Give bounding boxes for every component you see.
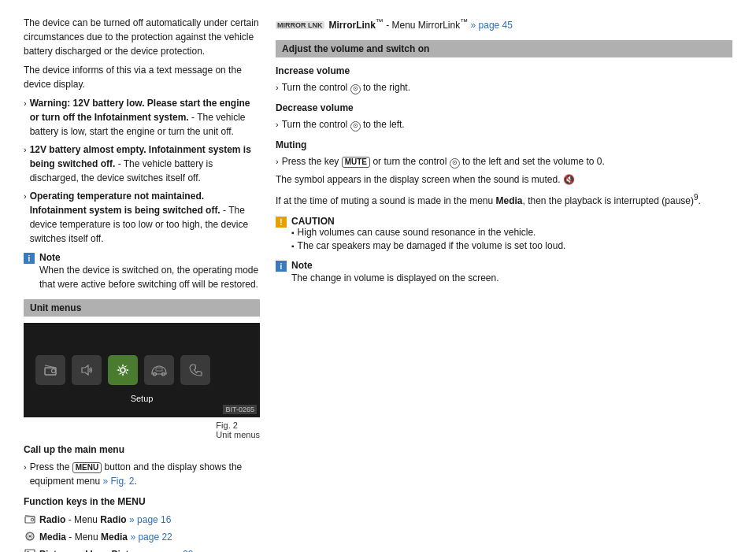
menu-button: MENU	[72, 462, 102, 473]
func-item-media: Media - Menu Media » page 22	[24, 530, 260, 544]
note2-label: Note	[291, 260, 499, 271]
func-item-radio: Radio - Menu Radio » page 16	[24, 513, 260, 527]
radio-func-icon	[24, 513, 36, 525]
func-pictures-label: Pictures	[39, 549, 76, 552]
right-column: MIRROR LNK MirrorLink™ - Menu MirrorLink…	[276, 16, 732, 552]
symbol-text: The symbol appears in the display screen…	[276, 172, 732, 187]
note-icon-1: i	[24, 253, 35, 264]
unit-menus-header: Unit menus	[24, 299, 260, 317]
volume-section-header: Adjust the volume and switch on	[276, 40, 732, 57]
svg-point-9	[31, 518, 34, 521]
intro-para-2: The device informs of this via a text me…	[24, 63, 260, 91]
decrease-volume-section: Decrease volume › Turn the control ⊙ to …	[276, 101, 732, 132]
svg-point-1	[52, 369, 56, 373]
mirrorlink-header-item: MIRROR LNK MirrorLink™ - Menu MirrorLink…	[276, 16, 732, 32]
if-muting-text: If at the time of muting a sound is made…	[276, 191, 732, 208]
warning-item-1: › Warning: 12V battery low. Please start…	[24, 96, 260, 139]
increase-volume-section: Increase volume › Turn the control ⊙ to …	[276, 64, 732, 94]
muting-section: Muting › Press the key MUTE or turn the …	[276, 138, 732, 208]
caution-box: ! CAUTION ▪ High volumes can cause sound…	[276, 216, 732, 254]
caution-icon: !	[276, 217, 287, 228]
svg-marker-3	[82, 365, 88, 375]
function-keys-header: Function keys in the MENU	[24, 495, 260, 509]
function-keys-section: Function keys in the MENU Radio - Menu R…	[24, 495, 260, 552]
svg-point-12	[29, 535, 32, 538]
mirrorlink-link[interactable]: » page 45	[471, 20, 513, 31]
caution-text-2: The car speakers may be damaged if the v…	[298, 240, 566, 251]
note-text-1: When the device is switched on, the oper…	[39, 263, 260, 291]
menu-icons-row	[35, 355, 248, 385]
left-column: The device can be turned off automatical…	[24, 16, 260, 552]
call-up-item: › Press the MENU button and the display …	[24, 460, 260, 488]
call-up-header: Call up the main menu	[24, 443, 260, 457]
warning-item-2: › 12V battery almost empty. Infotainment…	[24, 143, 260, 185]
radio-link[interactable]: » page 16	[129, 514, 171, 525]
increase-volume-arrow: › Turn the control ⊙ to the right.	[276, 80, 732, 94]
func-media-label: Media	[39, 532, 66, 543]
knob-icon-mute: ⊙	[450, 158, 460, 169]
muting-arrow: › Press the key MUTE or turn the control…	[276, 154, 732, 169]
caution-text-1: High volumes can cause sound resonance i…	[298, 227, 536, 238]
pictures-link[interactable]: » page 29	[151, 549, 193, 552]
decrease-text: Turn the control	[282, 119, 350, 130]
arrow-icon-3: ›	[24, 190, 27, 246]
fig2-link[interactable]: » Fig. 2	[102, 476, 134, 487]
warning-item-3: › Operating temperature not maintained. …	[24, 189, 260, 246]
caution-item-2: ▪ The car speakers may be damaged if the…	[291, 240, 565, 251]
decrease-volume-arrow: › Turn the control ⊙ to the left.	[276, 117, 732, 132]
unit-menus-section: Unit menus	[24, 299, 260, 552]
menu-icon-setup	[108, 355, 138, 385]
pictures-func-icon	[24, 547, 36, 552]
caution-item-1: ▪ High volumes can cause sound resonance…	[291, 227, 565, 238]
func-item-pictures: Pictures - Menu Pictures » page 29	[24, 547, 260, 552]
intro-para-1: The device can be turned off automatical…	[24, 16, 260, 58]
increase-text: Turn the control	[282, 82, 350, 93]
increase-dir: to the right.	[361, 82, 410, 93]
mirrorlink-icon: MIRROR LNK	[276, 19, 324, 30]
func-radio-label: Radio	[39, 514, 65, 525]
caution-label: CAUTION	[291, 216, 565, 227]
mute-key-btn: MUTE	[342, 157, 370, 168]
warning-bold-3: Operating temperature not maintained. In…	[30, 191, 220, 216]
menu-icon-vehicle	[144, 355, 174, 385]
arrow-icon-muting: ›	[276, 155, 279, 169]
arrow-icon-callup: ›	[24, 461, 27, 488]
setup-label-img: Setup	[131, 394, 154, 403]
fig-number: BIT-0265	[223, 405, 257, 414]
media-link[interactable]: » page 22	[130, 532, 172, 543]
note-box-2: i Note The change in volume is displayed…	[276, 260, 732, 285]
arrow-icon-2: ›	[24, 143, 27, 185]
decrease-volume-label: Decrease volume	[276, 101, 732, 115]
note2-text: The change in volume is displayed on the…	[291, 271, 499, 285]
note-icon-2: i	[276, 261, 287, 272]
menu-icon-phone	[180, 355, 210, 385]
unit-menus-image: Setup BIT-0265	[24, 323, 260, 417]
muting-label: Muting	[276, 138, 732, 152]
svg-rect-8	[25, 517, 35, 523]
knob-icon-decrease: ⊙	[350, 121, 361, 132]
knob-icon-increase: ⊙	[350, 84, 361, 94]
svg-point-4	[120, 368, 125, 372]
arrow-icon-decrease: ›	[276, 118, 279, 132]
menu-icon-radio	[35, 355, 65, 385]
menu-icon-sound	[72, 355, 102, 385]
fig-label: Fig. 2	[216, 420, 260, 430]
increase-volume-label: Increase volume	[276, 64, 732, 78]
svg-rect-7	[156, 368, 162, 371]
call-up-text: Press the	[30, 461, 72, 472]
note-box-1: i Note When the device is switched on, t…	[24, 252, 260, 291]
note-label-1: Note	[39, 252, 260, 263]
fig-sublabel: Unit menus	[216, 430, 260, 439]
arrow-icon-1: ›	[24, 97, 27, 139]
decrease-dir: to the left.	[361, 119, 405, 130]
unit-menus-image-container: Setup BIT-0265 Fig. 2 Unit menus	[24, 323, 260, 439]
right-header-links: MIRROR LNK MirrorLink™ - Menu MirrorLink…	[276, 16, 732, 34]
media-func-icon	[24, 530, 36, 543]
arrow-icon-increase: ›	[276, 81, 279, 94]
